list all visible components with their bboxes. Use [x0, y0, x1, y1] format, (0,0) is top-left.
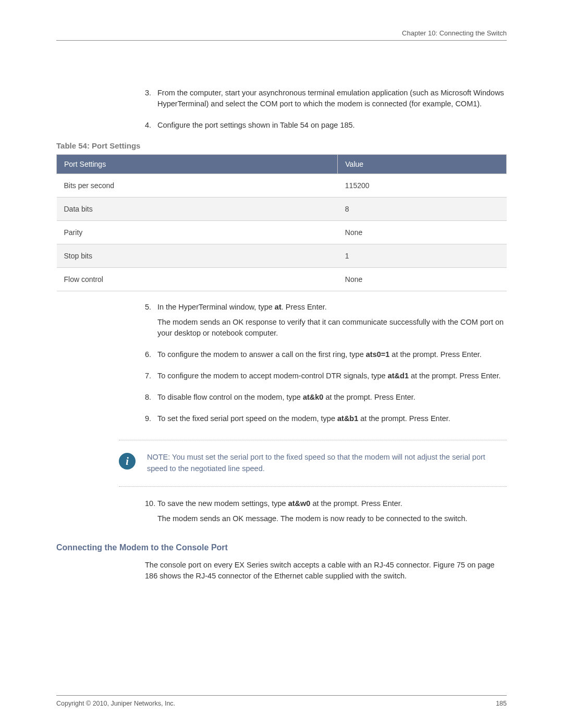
- list-body: From the computer, start your asynchrono…: [157, 88, 507, 114]
- table-row: Flow controlNone: [57, 268, 507, 291]
- list-number: 4.: [145, 120, 157, 135]
- list-text: To configure the modem to accept modem-c…: [157, 371, 507, 381]
- note-text: NOTE: You must set the serial port to th…: [147, 452, 507, 475]
- list-text: From the computer, start your asynchrono…: [157, 88, 507, 109]
- list-text: To set the fixed serial port speed on th…: [157, 413, 507, 424]
- table-row: Bits per second115200: [57, 174, 507, 198]
- steps-after-table: 5.In the HyperTerminal window, type at. …: [145, 302, 507, 428]
- list-text: In the HyperTerminal window, type at. Pr…: [157, 302, 507, 313]
- table-cell-value: 8: [338, 198, 507, 221]
- table-row: Data bits8: [57, 198, 507, 221]
- table-cell-setting: Data bits: [57, 198, 338, 221]
- list-body: To save the new modem settings, type at&…: [157, 498, 507, 528]
- footer-page-number: 185: [496, 700, 507, 707]
- list-text: Configure the port settings shown in Tab…: [157, 120, 507, 131]
- table-cell-setting: Stop bits: [57, 244, 338, 268]
- table-cell-value: None: [338, 268, 507, 291]
- port-settings-table: Port Settings Value Bits per second11520…: [56, 154, 507, 291]
- list-text: The modem sends an OK message. The modem…: [157, 513, 507, 524]
- page-content: 3.From the computer, start your asynchro…: [56, 88, 507, 695]
- list-text: To configure the modem to answer a call …: [157, 349, 507, 360]
- steps-after-note: 10.To save the new modem settings, type …: [145, 498, 507, 528]
- info-icon: i: [119, 453, 136, 470]
- table-cell-setting: Parity: [57, 221, 338, 244]
- page-footer: Copyright © 2010, Juniper Networks, Inc.…: [56, 695, 507, 707]
- list-number: 8.: [145, 392, 157, 407]
- list-body: To set the fixed serial port speed on th…: [157, 413, 507, 428]
- table-row: Stop bits1: [57, 244, 507, 268]
- table-header-setting: Port Settings: [57, 155, 338, 174]
- list-number: 5.: [145, 302, 157, 343]
- note-block: i NOTE: You must set the serial port to …: [119, 440, 507, 487]
- table-cell-value: 1: [338, 244, 507, 268]
- table-cell-setting: Flow control: [57, 268, 338, 291]
- list-text: To disable flow control on the modem, ty…: [157, 392, 507, 403]
- list-item: 3.From the computer, start your asynchro…: [145, 88, 507, 114]
- list-number: 3.: [145, 88, 157, 114]
- table-header-value: Value: [338, 155, 507, 174]
- table-row: ParityNone: [57, 221, 507, 244]
- list-item: 7.To configure the modem to accept modem…: [145, 371, 507, 386]
- list-number: 6.: [145, 349, 157, 364]
- list-body: To configure the modem to answer a call …: [157, 349, 507, 364]
- list-item: 10.To save the new modem settings, type …: [145, 498, 507, 528]
- table-cell-setting: Bits per second: [57, 174, 338, 198]
- list-item: 6.To configure the modem to answer a cal…: [145, 349, 507, 364]
- list-body: To configure the modem to accept modem-c…: [157, 371, 507, 386]
- list-item: 5.In the HyperTerminal window, type at. …: [145, 302, 507, 343]
- list-number: 9.: [145, 413, 157, 428]
- steps-before-table: 3.From the computer, start your asynchro…: [145, 88, 507, 135]
- table-cell-value: None: [338, 221, 507, 244]
- footer-copyright: Copyright © 2010, Juniper Networks, Inc.: [56, 700, 175, 707]
- list-number: 10.: [145, 498, 157, 528]
- table-caption: Table 54: Port Settings: [56, 141, 507, 150]
- list-body: In the HyperTerminal window, type at. Pr…: [157, 302, 507, 343]
- list-body: To disable flow control on the modem, ty…: [157, 392, 507, 407]
- list-item: 9.To set the fixed serial port speed on …: [145, 413, 507, 428]
- section-paragraph: The console port on every EX Series swit…: [145, 560, 507, 582]
- list-body: Configure the port settings shown in Tab…: [157, 120, 507, 135]
- list-number: 7.: [145, 371, 157, 386]
- list-text: To save the new modem settings, type at&…: [157, 498, 507, 509]
- list-item: 4.Configure the port settings shown in T…: [145, 120, 507, 135]
- list-text: The modem sends an OK response to verify…: [157, 317, 507, 339]
- table-cell-value: 115200: [338, 174, 507, 198]
- page-header: Chapter 10: Connecting the Switch: [56, 29, 507, 41]
- list-item: 8.To disable flow control on the modem, …: [145, 392, 507, 407]
- section-heading: Connecting the Modem to the Console Port: [56, 543, 507, 552]
